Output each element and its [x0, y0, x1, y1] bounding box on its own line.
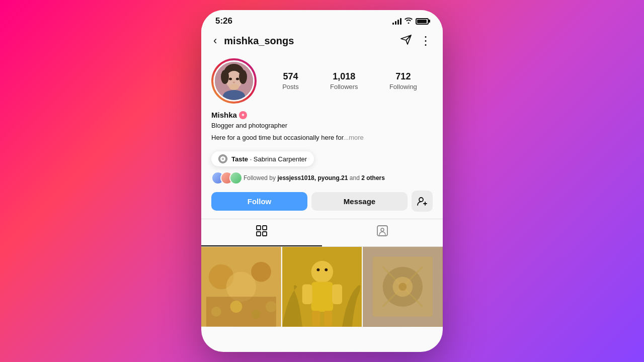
music-disc-icon: [218, 154, 227, 163]
mutual-avatar-3: [229, 171, 243, 185]
now-playing-text: Taste · Sabrina Carpenter: [231, 155, 307, 163]
svg-rect-18: [377, 226, 387, 236]
svg-point-23: [251, 262, 271, 282]
follow-button[interactable]: Follow: [211, 192, 307, 211]
header-left: ‹ mishka_songs: [211, 32, 294, 49]
status-time: 5:26: [215, 16, 232, 26]
more-options-icon[interactable]: ⋮: [420, 34, 433, 48]
profile-username: mishka_songs: [224, 35, 294, 47]
post-thumbnail-2[interactable]: [282, 247, 362, 327]
svg-point-7: [233, 82, 235, 83]
posts-count: 574: [282, 71, 299, 82]
status-bar: 5:26: [201, 10, 443, 28]
svg-point-37: [325, 268, 328, 272]
svg-point-6: [236, 78, 239, 80]
posts-stat[interactable]: 574 Posts: [282, 71, 299, 90]
tab-bar: [201, 219, 443, 247]
following-label: Following: [389, 83, 417, 90]
profile-top: 574 Posts 1,018 Followers 712 Following: [211, 58, 433, 104]
svg-point-42: [399, 283, 407, 291]
svg-rect-32: [302, 284, 312, 304]
post-thumbnail-1[interactable]: [201, 247, 281, 327]
phone-frame: 5:26 ‹ mishka_songs: [201, 10, 443, 352]
bio-section: Mishka ✦ Blogger and photographer Here f…: [201, 111, 443, 149]
posts-label: Posts: [282, 83, 299, 90]
bio-line-1: Blogger and photographer: [211, 121, 433, 131]
svg-point-4: [239, 70, 247, 84]
battery-icon: [416, 18, 429, 25]
svg-rect-33: [332, 284, 342, 304]
svg-rect-16: [257, 232, 261, 236]
mutual-followers-text: Followed by jessjess1018, pyoung.21 and …: [244, 174, 433, 182]
profile-section: 574 Posts 1,018 Followers 712 Following: [201, 54, 443, 111]
avatar-ring: [211, 58, 257, 104]
wifi-icon: [405, 17, 413, 25]
back-button[interactable]: ‹: [211, 32, 219, 49]
header-right: ⋮: [400, 34, 433, 48]
bio-more[interactable]: ...more: [343, 134, 363, 141]
send-icon[interactable]: [400, 35, 412, 47]
now-playing-banner[interactable]: Taste · Sabrina Carpenter: [211, 151, 314, 166]
svg-point-28: [266, 301, 277, 312]
posts-grid: [201, 247, 443, 352]
post-thumbnail-3[interactable]: [363, 247, 443, 327]
add-friend-button[interactable]: [412, 191, 433, 212]
svg-rect-35: [324, 311, 332, 326]
svg-point-8: [229, 84, 239, 90]
svg-rect-34: [312, 311, 320, 326]
svg-point-27: [252, 310, 261, 319]
message-button[interactable]: Message: [311, 192, 408, 211]
svg-point-30: [311, 261, 333, 283]
svg-point-3: [221, 70, 229, 84]
followers-label: Followers: [330, 83, 358, 90]
mutual-followers-section[interactable]: Followed by jessjess1018, pyoung.21 and …: [201, 171, 443, 191]
avatar[interactable]: [213, 60, 255, 102]
svg-point-25: [211, 307, 221, 317]
status-icons: [392, 17, 429, 25]
mutual-avatars: [211, 171, 238, 185]
tagged-icon: [377, 225, 388, 239]
action-buttons: Follow Message: [201, 191, 443, 219]
svg-rect-31: [311, 282, 333, 312]
bio-line-2: Here for a good time but occasionally he…: [211, 133, 433, 143]
tab-tagged[interactable]: [322, 219, 443, 246]
signal-icon: [392, 18, 401, 25]
svg-point-12: [222, 158, 223, 159]
grid-icon: [256, 225, 267, 239]
profile-photo: [215, 62, 253, 100]
svg-point-26: [230, 301, 243, 313]
tab-grid[interactable]: [201, 219, 322, 246]
svg-point-19: [381, 228, 384, 231]
following-stat[interactable]: 712 Following: [389, 71, 417, 90]
svg-rect-17: [263, 232, 267, 236]
svg-point-5: [229, 78, 232, 80]
header: ‹ mishka_songs ⋮: [201, 28, 443, 54]
verified-badge: ✦: [239, 111, 247, 119]
avatar-wrapper: [211, 58, 257, 104]
svg-point-13: [419, 198, 423, 202]
followers-stat[interactable]: 1,018 Followers: [330, 71, 358, 90]
stats-row: 574 Posts 1,018 Followers 712 Following: [267, 71, 433, 90]
svg-rect-14: [257, 226, 261, 230]
display-name: Mishka ✦: [211, 111, 433, 119]
svg-rect-15: [263, 226, 267, 230]
followers-count: 1,018: [330, 71, 358, 82]
following-count: 712: [389, 71, 417, 82]
svg-point-36: [316, 268, 319, 272]
